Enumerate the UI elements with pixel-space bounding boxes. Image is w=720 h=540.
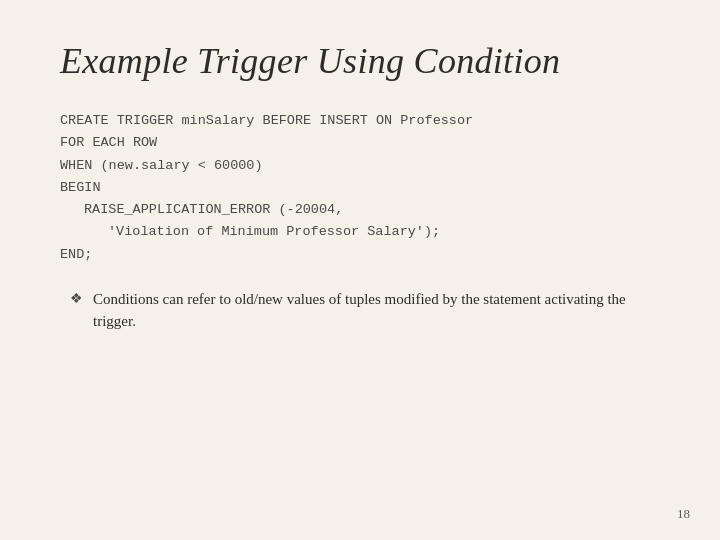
code-line-4: BEGIN (60, 177, 660, 199)
code-block: CREATE TRIGGER minSalary BEFORE INSERT O… (60, 110, 660, 266)
bullet-icon: ❖ (70, 290, 83, 307)
slide-title: Example Trigger Using Condition (60, 40, 660, 82)
code-line-5: RAISE_APPLICATION_ERROR (-20004, (60, 199, 660, 221)
code-line-1: CREATE TRIGGER minSalary BEFORE INSERT O… (60, 110, 660, 132)
code-line-7: END; (60, 244, 660, 266)
bullet-text: Conditions can refer to old/new values o… (93, 288, 660, 333)
code-line-2: FOR EACH ROW (60, 132, 660, 154)
page-number: 18 (677, 506, 690, 522)
slide-container: Example Trigger Using Condition CREATE T… (0, 0, 720, 540)
code-line-3: WHEN (new.salary < 60000) (60, 155, 660, 177)
code-line-6: 'Violation of Minimum Professor Salary')… (60, 221, 660, 243)
bullet-section: ❖ Conditions can refer to old/new values… (60, 288, 660, 333)
